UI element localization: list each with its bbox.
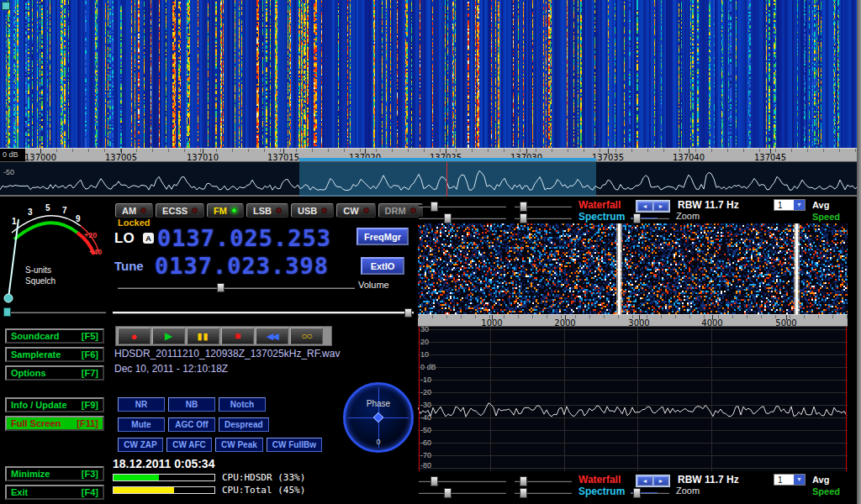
slider-handle[interactable]	[633, 213, 641, 223]
cw-peak-button[interactable]: CW Peak	[215, 438, 263, 452]
mode-label: ECSS	[162, 206, 188, 216]
overview-spectrum-display[interactable]: -50	[0, 162, 861, 197]
slider-handle[interactable]	[430, 202, 438, 212]
mode-usb-button[interactable]: USB	[291, 203, 334, 218]
minimize-button[interactable]: Minimize[F3]	[5, 466, 104, 481]
waterfall-brightness-slider[interactable]	[419, 480, 506, 482]
db-label: -60	[420, 438, 431, 447]
chevron-down-icon[interactable]: ▼	[794, 200, 805, 210]
mode-cw-button[interactable]: CW	[336, 203, 375, 218]
lo-frequency-row: LO A 0137.025.253	[114, 225, 331, 251]
slider-track[interactable]	[3, 311, 106, 313]
waterfall-slider-handle[interactable]	[2, 2, 10, 10]
mode-am-button[interactable]: AM	[115, 203, 153, 218]
spectrum-contrast-slider[interactable]	[515, 217, 572, 219]
rewind-button[interactable]: ◀◀	[256, 328, 288, 344]
cw-zap-button[interactable]: CW ZAP	[118, 438, 163, 452]
passband-indicator[interactable]	[299, 158, 596, 161]
mode-ecss-button[interactable]: ECSS	[156, 203, 204, 218]
stop-button[interactable]: ■	[221, 328, 254, 344]
slider-handle[interactable]	[633, 488, 641, 498]
lo-frequency-digits[interactable]: 0137.025.253	[157, 225, 331, 251]
slider-handle[interactable]	[520, 213, 527, 223]
phase-value: 0	[346, 438, 411, 446]
zoom-slider[interactable]	[631, 217, 669, 219]
waterfall-contrast-slider[interactable]	[515, 205, 572, 207]
waterfall-contrast-slider[interactable]	[515, 480, 572, 482]
chevron-down-icon[interactable]: ▼	[794, 475, 805, 485]
main-waterfall-display[interactable]	[0, 0, 861, 148]
avg-value: 1	[774, 475, 794, 485]
zoom-waterfall-display[interactable]	[418, 223, 848, 314]
agc-button[interactable]: AGC Off	[168, 417, 215, 432]
volume-slider[interactable]	[118, 283, 355, 294]
button-key: [F7]	[82, 368, 98, 378]
cw-fullbw-button[interactable]: CW FullBw	[267, 438, 322, 452]
avg-select[interactable]: 1 ▼	[774, 199, 806, 211]
button-label: Exit	[11, 487, 28, 497]
slider-handle[interactable]	[520, 202, 527, 212]
db-label: 30	[420, 325, 429, 333]
mode-label: DRM	[385, 206, 406, 216]
spectrum-contrast-slider[interactable]	[515, 491, 572, 494]
slider-handle[interactable]	[444, 213, 452, 223]
notch-button[interactable]: Notch	[219, 397, 266, 412]
smeter-pivot	[4, 294, 13, 302]
slider-handle[interactable]	[520, 476, 527, 486]
main-frequency-ruler[interactable]: 137000 137005 137010 137015 137020 13702…	[0, 148, 861, 162]
freqmgr-button[interactable]: FreqMgr	[357, 228, 409, 245]
full-screen-button[interactable]: Full Screen[F11]	[5, 416, 104, 431]
spin-right-button[interactable]: ►	[653, 476, 668, 486]
waterfall-brightness-slider[interactable]	[419, 205, 506, 207]
spectrum-brightness-slider[interactable]	[419, 217, 506, 219]
squelch-slider-handle[interactable]	[3, 307, 11, 317]
slider-track[interactable]	[118, 286, 355, 289]
slider-handle[interactable]	[520, 488, 527, 498]
db-label: 20	[420, 338, 429, 346]
squelch-slider[interactable]	[3, 307, 106, 318]
exit-button[interactable]: Exit[F4]	[5, 485, 104, 500]
db-label: 0 dB	[3, 150, 18, 159]
mode-fm-button[interactable]: FM	[207, 203, 244, 218]
pause-button[interactable]: ▮▮	[187, 328, 219, 344]
volume-slider-handle[interactable]	[217, 283, 224, 292]
nr-button[interactable]: NR	[118, 397, 165, 412]
tune-frequency-digits[interactable]: 0137.023.398	[155, 253, 329, 279]
squelch-label[interactable]: Squelch	[25, 276, 55, 286]
record-button[interactable]: ●	[118, 328, 151, 344]
play-button[interactable]: ▶	[152, 328, 185, 344]
spin-left-button[interactable]: ◄	[637, 202, 652, 211]
samplerate-button[interactable]: Samplerate[F6]	[5, 347, 104, 362]
spin-right-button[interactable]: ►	[653, 202, 668, 211]
options-button[interactable]: Options[F7]	[5, 365, 104, 381]
button-key: [F4]	[82, 487, 98, 497]
phase-dial: Phase 0	[343, 382, 414, 453]
lock-a-icon[interactable]: A	[143, 233, 154, 244]
spectrum-brightness-slider[interactable]	[419, 491, 506, 494]
zoom-frequency-ruler[interactable]: 1000 2000 3000 4000 5000	[418, 314, 848, 327]
spin-left-button[interactable]: ◄	[637, 476, 652, 486]
loop-button[interactable]: ○○	[290, 328, 323, 344]
zoom-slider[interactable]	[631, 491, 669, 494]
slider-track[interactable]	[113, 312, 414, 314]
extio-button[interactable]: ExtIO	[361, 257, 404, 275]
cw-afc-button[interactable]: CW AFC	[166, 438, 212, 452]
gain-slider[interactable]	[113, 308, 414, 319]
ruler-label: 137045	[745, 153, 795, 162]
mute-button[interactable]: Mute	[118, 417, 165, 432]
db-label: -30	[420, 401, 431, 409]
record-icon: ●	[131, 331, 138, 342]
avg-select[interactable]: 1 ▼	[774, 474, 806, 486]
gain-slider-handle[interactable]	[404, 308, 412, 318]
play-icon: ▶	[165, 331, 172, 341]
mode-lsb-button[interactable]: LSB	[246, 203, 288, 218]
nb-button[interactable]: NB	[168, 397, 215, 412]
zoom-spectrum-display[interactable]: 30 20 10 0 dB -10 -20 -30 -40 -50 -60 -7…	[418, 327, 848, 471]
db-label: -50	[420, 426, 431, 434]
despread-button[interactable]: Despread	[219, 417, 269, 432]
info-update-button[interactable]: Info / Update[F9]	[5, 397, 104, 412]
slider-handle[interactable]	[430, 476, 438, 486]
slider-handle[interactable]	[444, 488, 452, 498]
soundcard-button[interactable]: Soundcard[F5]	[5, 328, 104, 344]
cpu-bar-fill	[114, 487, 174, 493]
